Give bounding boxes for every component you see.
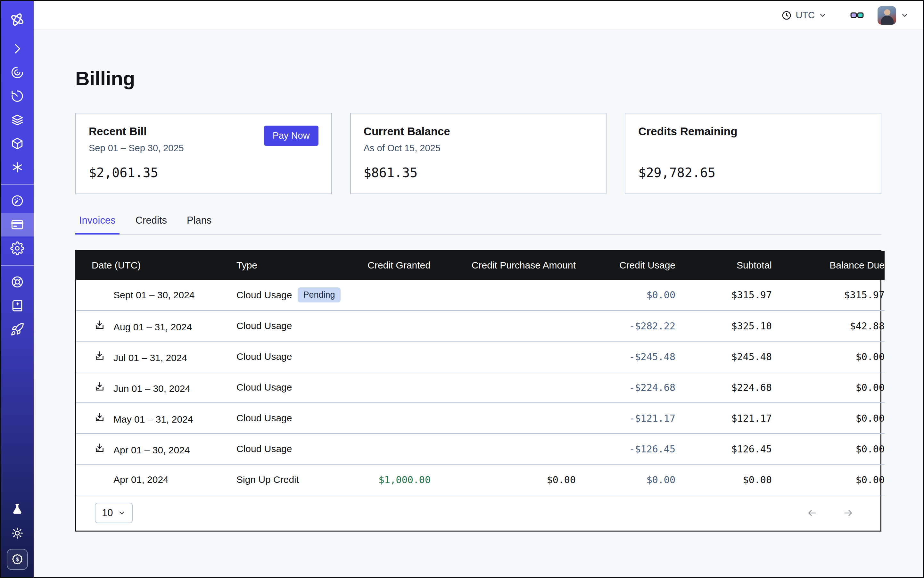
tab-invoices[interactable]: Invoices (78, 215, 116, 234)
credit-granted-value (342, 280, 430, 310)
sidebar-item-expand[interactable] (1, 37, 34, 60)
table-header-row: Date (UTC)TypeCredit GrantedCredit Purch… (76, 251, 885, 280)
invoice-date: Jul 01 – 31, 2024 (114, 352, 187, 363)
clock-icon (781, 10, 792, 21)
arrow-right-icon (841, 508, 856, 518)
sidebar-item-layers[interactable] (1, 108, 34, 132)
arrow-left-icon (805, 508, 820, 518)
sidebar-item-labs[interactable] (1, 498, 34, 521)
balance-due-value: $0.00 (772, 403, 885, 434)
sidebar-item-services[interactable] (1, 155, 34, 179)
reader-mode-button[interactable] (849, 8, 865, 23)
rows-per-page-value: 10 (102, 507, 113, 519)
invoice-type: Cloud Usage (236, 443, 292, 454)
asterisk-icon (10, 160, 24, 174)
timezone-label: UTC (796, 10, 815, 21)
sidebar-item-theme[interactable] (1, 521, 34, 545)
card-title: Credits Remaining (638, 125, 868, 138)
download-icon (94, 350, 105, 361)
invoice-type: Cloud Usage (236, 382, 292, 393)
sidebar-item-support[interactable] (1, 270, 34, 294)
layers-icon (10, 113, 24, 127)
rows-per-page-select[interactable]: 10 (95, 503, 133, 523)
credit-usage-value: -$245.48 (576, 341, 676, 372)
sidebar-item-insights[interactable] (1, 60, 34, 84)
gauge-icon (10, 194, 24, 208)
table-footer: 10 (76, 495, 880, 531)
sidebar-item-docs[interactable] (1, 294, 34, 318)
subtotal-value: $315.97 (676, 280, 772, 310)
balance-due-value: $0.00 (772, 464, 885, 495)
invoice-date: May 01 – 31, 2024 (114, 414, 193, 425)
download-invoice-button[interactable] (94, 320, 114, 330)
tab-plans[interactable]: Plans (186, 215, 213, 234)
sidebar-item-usage[interactable] (1, 189, 34, 213)
invoice-date: Aug 01 – 31, 2024 (114, 321, 192, 332)
chevron-right-icon (10, 42, 24, 56)
sidebar: $ (1, 1, 34, 577)
sidebar-item-settings[interactable] (1, 237, 34, 260)
sidebar-item-logo[interactable] (1, 9, 34, 30)
page-title: Billing (75, 67, 882, 90)
status-badge: Pending (298, 287, 340, 302)
account-menu-button[interactable] (877, 6, 909, 25)
pay-now-button[interactable]: Pay Now (264, 126, 318, 146)
balance-as-of: As of Oct 15, 2025 (364, 143, 593, 155)
next-page-button[interactable] (841, 508, 856, 518)
credit-granted-value (342, 434, 430, 464)
tabs: InvoicesCreditsPlans (75, 215, 882, 235)
invoice-type: Cloud Usage (236, 320, 292, 331)
timer-history-icon (10, 89, 24, 103)
credit-usage-value: $0.00 (576, 464, 676, 495)
credit-granted-value (342, 341, 430, 372)
subtotal-value: $224.68 (676, 372, 772, 403)
download-icon (94, 412, 105, 423)
rocket-icon (10, 322, 24, 336)
sidebar-item-whats-new[interactable] (1, 318, 34, 341)
book-sparkle-icon (10, 299, 24, 313)
app-window: $ UTC Billing (0, 0, 924, 578)
download-icon (94, 320, 105, 330)
goggles-icon (849, 8, 865, 23)
credit-granted-value (342, 310, 430, 341)
sidebar-item-history[interactable] (1, 84, 34, 108)
credit-usage-value: $0.00 (576, 280, 676, 310)
subtotal-value: $245.48 (676, 341, 772, 372)
chevron-down-icon (818, 11, 827, 19)
sidebar-item-billing[interactable] (1, 213, 34, 237)
timezone-selector[interactable]: UTC (781, 10, 827, 21)
credit-usage-value: -$126.45 (576, 434, 676, 464)
invoice-type: Sign Up Credit (236, 474, 299, 485)
chevron-down-icon (118, 509, 126, 517)
download-invoice-button[interactable] (94, 381, 114, 392)
sun-icon (10, 526, 24, 540)
download-invoice-button[interactable] (94, 412, 114, 423)
invoices-table: Date (UTC)TypeCredit GrantedCredit Purch… (75, 250, 882, 531)
credit-usage-value: -$224.68 (576, 372, 676, 403)
download-invoice-button[interactable] (94, 442, 114, 453)
balance-due-value: $0.00 (772, 341, 885, 372)
invoice-date: Sept 01 – 30, 2024 (114, 290, 195, 300)
balance-due-value: $315.97 (772, 280, 885, 310)
download-invoice-button[interactable] (94, 350, 114, 361)
orbit-logo-icon (9, 11, 26, 28)
sidebar-item-sandbox[interactable] (1, 132, 34, 155)
sidebar-item-credits[interactable]: $ (7, 549, 28, 570)
table-row: Apr 01 – 30, 2024Cloud Usage-$126.45$126… (76, 434, 885, 464)
credit-card-icon (10, 218, 24, 232)
column-header: Credit Usage (576, 251, 676, 280)
current-balance-card: Current Balance As of Oct 15, 2025 $861.… (350, 113, 607, 194)
credit-usage-value: -$282.22 (576, 310, 676, 341)
download-icon (94, 381, 105, 392)
tab-credits[interactable]: Credits (135, 215, 167, 234)
flask-icon (10, 502, 24, 516)
invoice-date: Apr 01 – 30, 2024 (114, 445, 190, 455)
main-area: UTC Billing Recent Bill Sep 01 – (34, 1, 923, 577)
svg-text:$: $ (16, 557, 19, 563)
gear-icon (10, 241, 24, 255)
balance-due-value: $0.00 (772, 372, 885, 403)
spacer-sub (638, 143, 868, 155)
table-body: Sept 01 – 30, 2024Cloud UsagePending$0.0… (76, 280, 885, 495)
current-balance-amount: $861.35 (364, 165, 593, 180)
prev-page-button[interactable] (805, 508, 820, 518)
